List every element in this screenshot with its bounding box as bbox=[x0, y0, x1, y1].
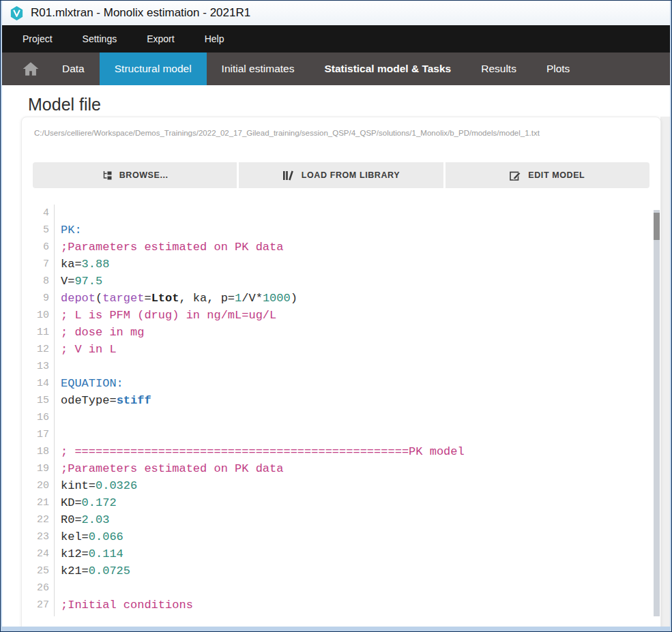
code-line-28: 28t_0 = -100 ; estimation allows concent… bbox=[22, 614, 660, 616]
line-number: 7 bbox=[22, 256, 55, 273]
code-line-12: 12; V in L bbox=[22, 341, 660, 358]
window-title: R01.mlxtran - Monolix estimation - 2021R… bbox=[31, 6, 250, 20]
code-text: ; dose in mg bbox=[55, 324, 144, 341]
code-text: odeType=stiff bbox=[55, 392, 151, 409]
code-line-27: 27;Initial conditions bbox=[22, 597, 660, 614]
code-line-23: 23kel=0.066 bbox=[22, 528, 660, 545]
menu-item-help[interactable]: Help bbox=[205, 33, 224, 44]
code-text: k12=0.114 bbox=[55, 545, 123, 562]
code-text: V=97.5 bbox=[55, 273, 102, 290]
model-file-actions: BROWSE... LOAD FROM LI bbox=[33, 162, 649, 188]
window-frame: R01.mlxtran - Monolix estimation - 2021R… bbox=[0, 0, 672, 632]
code-line-20: 20kint=0.0326 bbox=[22, 477, 660, 494]
code-text: ;Parameters estimated on PK data bbox=[55, 239, 283, 256]
app-window: R01.mlxtran - Monolix estimation - 2021R… bbox=[2, 1, 670, 627]
monolix-logo-icon bbox=[9, 5, 25, 21]
menu-item-settings[interactable]: Settings bbox=[83, 33, 117, 44]
menu-item-export[interactable]: Export bbox=[147, 33, 174, 44]
model-file-path: C:/Users/celliere/Workspace/Demos_Traini… bbox=[34, 128, 648, 138]
load-from-library-button-label: LOAD FROM LIBRARY bbox=[302, 170, 400, 180]
line-number: 18 bbox=[22, 443, 55, 460]
line-number: 23 bbox=[22, 528, 55, 545]
line-number: 28 bbox=[22, 614, 55, 616]
edit-model-button[interactable]: EDIT MODEL bbox=[445, 162, 649, 188]
tab-results[interactable]: Results bbox=[466, 52, 531, 85]
code-line-25: 25k21=0.0725 bbox=[22, 562, 660, 580]
editor-scrollbar[interactable] bbox=[654, 210, 660, 616]
code-line-8: 8V=97.5 bbox=[22, 273, 660, 290]
code-text: ; ======================================… bbox=[55, 443, 465, 460]
code-editor[interactable]: 45PK:6;Parameters estimated on PK data7k… bbox=[22, 205, 660, 616]
code-line-4: 4 bbox=[22, 205, 660, 222]
tab-home[interactable] bbox=[14, 52, 47, 85]
line-number: 27 bbox=[22, 597, 55, 614]
code-line-7: 7ka=3.88 bbox=[22, 256, 660, 273]
line-number: 15 bbox=[22, 392, 55, 409]
line-number: 24 bbox=[22, 545, 55, 562]
code-text: EQUATION: bbox=[55, 375, 123, 392]
code-text: ; V in L bbox=[55, 341, 117, 358]
code-text bbox=[55, 580, 61, 597]
code-text: kel=0.066 bbox=[55, 528, 123, 545]
tab-bar: DataStructural modelInitial estimatesSta… bbox=[2, 52, 670, 85]
line-number: 22 bbox=[22, 511, 55, 528]
line-number: 12 bbox=[22, 341, 55, 358]
code-line-17: 17 bbox=[22, 426, 660, 443]
code-text bbox=[55, 409, 61, 426]
code-line-5: 5PK: bbox=[22, 222, 660, 239]
tab-structural-model[interactable]: Structural model bbox=[100, 52, 207, 85]
code-line-9: 9depot(target=Ltot, ka, p=1/V*1000) bbox=[22, 290, 660, 307]
code-line-15: 15odeType=stiff bbox=[22, 392, 660, 409]
code-text: R0=2.03 bbox=[55, 511, 109, 528]
library-icon bbox=[282, 170, 295, 181]
model-file-card: C:/Users/celliere/Workspace/Demos_Traini… bbox=[21, 117, 661, 627]
line-number: 19 bbox=[22, 460, 55, 477]
code-line-13: 13 bbox=[22, 358, 660, 375]
line-number: 25 bbox=[22, 562, 55, 580]
code-text: ;Initial conditions bbox=[55, 597, 193, 614]
scrollbar-thumb[interactable] bbox=[654, 213, 660, 240]
code-line-22: 22R0=2.03 bbox=[22, 511, 660, 528]
code-line-11: 11; dose in mg bbox=[22, 324, 660, 341]
load-from-library-button[interactable]: LOAD FROM LIBRARY bbox=[239, 162, 443, 188]
code-line-14: 14EQUATION: bbox=[22, 375, 660, 392]
menu-item-project[interactable]: Project bbox=[23, 33, 53, 44]
code-line-10: 10; L is PFM (drug) in ng/mL=ug/L bbox=[22, 307, 660, 324]
line-number: 5 bbox=[22, 222, 55, 239]
code-line-6: 6;Parameters estimated on PK data bbox=[22, 239, 660, 256]
code-text: ; L is PFM (drug) in ng/mL=ug/L bbox=[55, 307, 276, 324]
tab-initial-estimates[interactable]: Initial estimates bbox=[207, 52, 310, 85]
code-text: PK: bbox=[55, 222, 82, 239]
tab-plots[interactable]: Plots bbox=[531, 52, 585, 85]
code-line-24: 24k12=0.114 bbox=[22, 545, 660, 562]
tab-data[interactable]: Data bbox=[47, 52, 100, 85]
code-line-16: 16 bbox=[22, 409, 660, 426]
edit-pencil-icon bbox=[510, 170, 521, 181]
line-number: 6 bbox=[22, 239, 55, 256]
line-number: 21 bbox=[22, 494, 55, 511]
code-text: ka=3.88 bbox=[55, 256, 109, 273]
line-number: 20 bbox=[22, 477, 55, 494]
tab-statistical-model-tasks[interactable]: Statistical model & Tasks bbox=[309, 52, 466, 85]
line-number: 11 bbox=[22, 324, 55, 341]
code-line-26: 26 bbox=[22, 580, 660, 597]
browse-tree-icon bbox=[102, 170, 113, 181]
main-content: Model file C:/Users/celliere/Workspace/D… bbox=[2, 85, 670, 627]
line-number: 26 bbox=[22, 580, 55, 597]
browse-button[interactable]: BROWSE... bbox=[33, 162, 237, 188]
line-number: 17 bbox=[22, 426, 55, 443]
code-line-18: 18; ====================================… bbox=[22, 443, 660, 460]
line-number: 9 bbox=[22, 290, 55, 307]
edit-model-button-label: EDIT MODEL bbox=[528, 170, 585, 180]
line-number: 13 bbox=[22, 358, 55, 375]
code-text bbox=[55, 358, 61, 375]
page-background-strip bbox=[660, 117, 670, 627]
line-number: 8 bbox=[22, 273, 55, 290]
line-number: 10 bbox=[22, 307, 55, 324]
code-text: k21=0.0725 bbox=[55, 562, 130, 580]
browse-button-label: BROWSE... bbox=[119, 170, 169, 180]
line-number: 16 bbox=[22, 409, 55, 426]
code-text: depot(target=Ltot, ka, p=1/V*1000) bbox=[55, 290, 297, 307]
code-text: kint=0.0326 bbox=[55, 477, 137, 494]
code-text: t_0 = -100 ; estimation allows concentra… bbox=[55, 614, 652, 616]
